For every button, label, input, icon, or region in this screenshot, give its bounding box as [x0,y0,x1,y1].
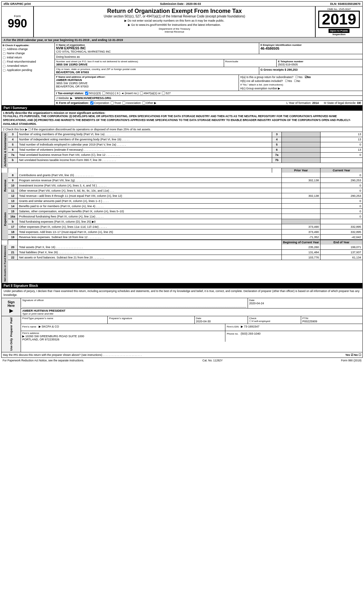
tax-501c3[interactable]: 501(c)(3) [85,92,101,95]
tax-status-row: I Tax-exempt status: 501(c)(3) 501(c) ( … [55,91,362,96]
col-headers-row: Prior Year Current Year [2,168,362,173]
mission-section: 1 Briefly describe the organization's mi… [2,111,362,127]
r9-num: 9 [8,178,18,183]
org-name-value: NVM EXPRESS INC [56,46,258,50]
e16b-label: Total fundraising expenses (Part IX, col… [18,219,282,224]
4947-checkbox[interactable] [140,92,143,95]
b20-end: 199,071 [320,245,362,249]
rev-row-10: 10 Investment income (Part VIII, column … [8,183,362,188]
principal-addr2: BEAVERTON, OR 97003 [56,85,237,88]
r10-num: 10 [8,183,18,188]
name-change-checkbox[interactable] [3,52,5,55]
phone-value: (503) 619-0505 [278,63,361,66]
row7b-sub: 7b [272,158,282,163]
paperwork-notice: For Paperwork Reduction Act Notice, see … [3,359,84,362]
e18-current: 332,895 [320,229,362,234]
other-checkbox[interactable] [142,101,145,105]
check-name-change[interactable]: Name change [3,52,54,55]
firm-name-field: Firm's name ▶ SKCPA & CO [21,324,225,331]
initial-return-checkbox[interactable] [3,56,5,59]
501c3-label: 501(c)(3) [89,92,101,95]
e18-prior: 373,490 [282,229,320,234]
preparer-fields: Print/Type preparer's name Preparer's si… [21,316,362,352]
check-address-change[interactable]: Address change [3,47,54,51]
e16a-label: Professional fundraising fees (Part IX, … [18,214,282,219]
paid-label-text: Paid [10,318,13,324]
e16a-num: 16a [8,214,18,219]
form-footer: Form 990 (2019) [341,359,361,362]
prep-sig-label: Preparer's signature [109,317,193,320]
paid-label-text2: Preparer [10,325,13,337]
e18-num: 18 [8,229,18,234]
tax-4947[interactable]: 4947(a)(1) or [140,92,161,95]
check-final-return[interactable]: Final return/terminated [3,60,54,64]
group-exemption: H(c) Group exemption number ▶ [240,87,361,90]
tax-year-text: A For the 2019 calendar year, or tax yea… [4,38,123,42]
name-title-field: AMBER HUFFMAN PRESIDENT Type or print na… [21,308,362,316]
prep-check-label: Check [249,317,300,320]
prep-date-field: Date 2020-04-30 [195,316,248,324]
firm-name-value: ▶ SKCPA & CO [39,325,59,328]
row3-label: Number of voting members of the governin… [18,132,272,137]
activity-row-3: 3 Number of voting members of the govern… [8,132,362,137]
row6-num: 6 [8,147,18,152]
check-initial-return[interactable]: Initial return [3,56,54,59]
501c3-checkbox[interactable] [85,92,88,95]
sig-officer-field: Signature of officer [21,298,248,308]
tax-527[interactable]: 527 [162,92,171,95]
gross-block: G Gross receipts $ 290,253 [259,67,362,75]
prep-check-field: Check ☐ if self-employed [248,316,301,324]
open-public: Open to Public [329,29,349,33]
r11-label: Other revenue (Part VIII, column (A), li… [18,188,282,193]
check-application[interactable]: Application pending [3,68,54,72]
paid-preparer-section: Paid Preparer Use Only Print/Type prepar… [1,316,363,352]
row3-num: 3 [8,132,18,137]
city-label: City or town, state or province, country… [56,68,258,71]
efile-middle: Submission Date - 2020-06-03 [160,2,201,5]
prep-check-value: ☐ if self-employed [249,320,300,323]
row7a-num: 7a [8,153,18,157]
b21-num: 21 [8,250,18,255]
bottom-footer: For Paperwork Reduction Act Notice, see … [1,358,363,363]
city-value: BEAVERTON, OR 97003 [56,71,258,74]
prep-ptin-value: P00225909 [302,320,361,323]
expenses-side-label: Expenses [2,198,8,240]
b22-begin: 103,776 [282,255,320,260]
corporation-checkbox[interactable] [90,101,93,105]
sig-officer-label: Signature of officer [22,299,246,302]
year-formation-value: 2014 [312,101,319,105]
application-checkbox[interactable] [3,69,5,72]
form-org-assoc[interactable]: Association [122,101,141,105]
trust-checkbox[interactable] [111,101,114,105]
527-checkbox[interactable] [162,92,165,95]
row7a-label: Total unrelated business revenue from Pa… [18,153,272,157]
exp-row-13: 13 Grants and similar amounts paid (Part… [8,198,362,204]
activity-row-6: 6 Total number of volunteers (estimate i… [8,147,362,153]
expenses-section: Expenses 13 Grants and similar amounts p… [2,198,362,240]
row5-current: 0 [320,142,362,147]
exp-row-19: 19 Revenue less expenses. Subtract line … [8,235,362,240]
tax-501c-other[interactable]: 501(c) ( 6 ) ◄ (insert no.) [102,92,139,95]
omb-text: OMB No. 1545-0047 [327,8,351,11]
form-org-corp[interactable]: Corporation [90,101,109,105]
check-applicable-label: B Check if applicable: [3,44,54,47]
r11-prior [282,188,320,193]
irs-discuss-text: May the IRS discuss this return with the… [3,353,343,357]
exp-row-18: 18 Total expenses. Add lines 13–17 (must… [8,229,362,235]
address-change-checkbox[interactable] [3,48,5,51]
part2-header-text: Part II Signature Block [4,284,38,287]
r10-current: 0 [320,183,362,188]
form-org-trust[interactable]: Trust [111,101,121,105]
state-legal: M State of legal domicile: DE [324,101,361,105]
col-prior-header: Prior Year [282,168,320,173]
form-org-other[interactable]: Other ▶ [142,101,156,105]
association-checkbox[interactable] [122,101,125,105]
check-amended-return[interactable]: Amended return [3,64,54,68]
501c-other-checkbox[interactable] [102,92,105,95]
amended-return-checkbox[interactable] [3,65,5,67]
e13-current: 0 [320,198,362,203]
final-return-checkbox[interactable] [3,61,5,63]
room-suite-label: Room/suite [225,60,275,63]
main-org-content: C Name of organization NVM EXPRESS INC C… [55,43,362,105]
rev-row-11: 11 Other revenue (Part VIII, column (A),… [8,188,362,193]
